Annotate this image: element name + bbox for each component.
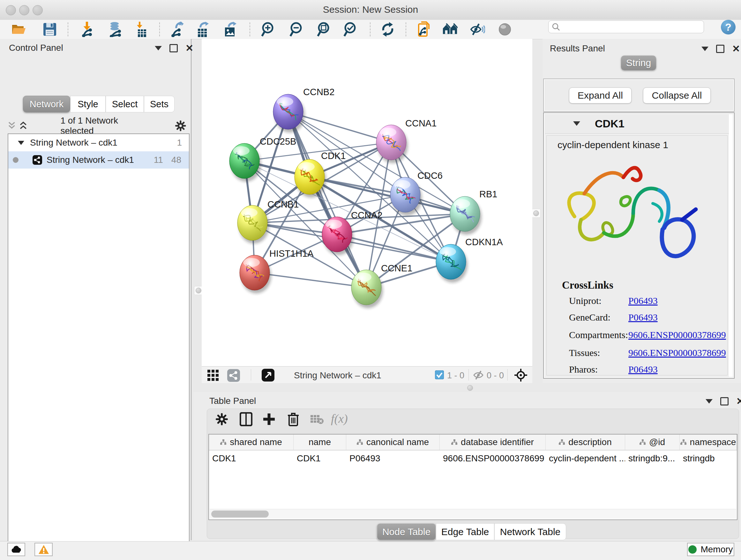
zoom-in-button[interactable] bbox=[260, 22, 276, 37]
network-node-CCNA1[interactable] bbox=[376, 125, 408, 163]
cloud-status-button[interactable] bbox=[7, 543, 25, 556]
export-table-button[interactable] bbox=[195, 22, 210, 37]
network-node-CCNB1[interactable] bbox=[238, 205, 269, 244]
zoom-selected-button[interactable] bbox=[343, 22, 358, 37]
tab-node-table[interactable]: Node Table bbox=[377, 523, 436, 540]
expand-all-button[interactable]: Expand All bbox=[569, 87, 631, 104]
network-node-CCNE1[interactable] bbox=[351, 270, 383, 308]
results-scrollbar[interactable] bbox=[729, 114, 733, 377]
zoom-fit-button[interactable] bbox=[316, 22, 332, 37]
birds-eye-view-icon[interactable] bbox=[262, 369, 274, 381]
crosslink-value-link[interactable]: P06493 bbox=[628, 312, 658, 323]
network-canvas[interactable]: CCNB2CCNA1CDC25BCDK1CDC6RB1CCNB1CCNA2CDK… bbox=[202, 39, 532, 366]
column-header-namespace[interactable]: namespace bbox=[680, 435, 737, 450]
entry-collapse-icon[interactable] bbox=[573, 121, 580, 126]
network-edge-CCNA2-CDKN1A[interactable] bbox=[337, 234, 451, 262]
tab-sets[interactable]: Sets bbox=[144, 96, 175, 112]
export-network-button[interactable] bbox=[170, 22, 185, 37]
crosslink-value-link[interactable]: P06493 bbox=[628, 364, 658, 375]
crosslink-value-link[interactable]: 9606.ENSP00000378699 bbox=[628, 329, 726, 340]
table-cell[interactable]: 9606.ENSP00000378699 bbox=[440, 450, 546, 466]
hide-panel-button[interactable] bbox=[470, 22, 485, 37]
network-graph[interactable]: CCNB2CCNA1CDC25BCDK1CDC6RB1CCNB1CCNA2CDK… bbox=[202, 39, 532, 366]
hidden-eye-icon[interactable] bbox=[473, 370, 485, 380]
help-button[interactable]: ? bbox=[721, 20, 736, 35]
crosslink-value-link[interactable]: P06493 bbox=[628, 295, 658, 306]
tab-network-table[interactable]: Network Table bbox=[494, 523, 566, 540]
collapse-all-icon[interactable] bbox=[8, 121, 16, 131]
clone-network-button[interactable] bbox=[416, 22, 432, 37]
float-panel-icon[interactable] bbox=[720, 397, 729, 406]
crosslink-value-link[interactable]: 9606.ENSP00000378699 bbox=[628, 348, 726, 358]
tab-select[interactable]: Select bbox=[106, 96, 144, 112]
network-node-RB1[interactable] bbox=[450, 196, 482, 235]
network-node-CCNB2[interactable] bbox=[273, 94, 305, 132]
column-header-description[interactable]: description bbox=[546, 435, 625, 450]
network-options-gear-icon[interactable] bbox=[175, 120, 186, 132]
open-session-button[interactable] bbox=[11, 22, 26, 37]
import-table-button[interactable] bbox=[133, 22, 148, 37]
fit-content-crosshair-icon[interactable] bbox=[514, 368, 528, 382]
tab-string[interactable]: String bbox=[621, 56, 656, 70]
table-cell[interactable]: CDK1 bbox=[209, 450, 293, 466]
import-network-database-button[interactable] bbox=[107, 22, 123, 37]
first-neighbors-button[interactable] bbox=[442, 22, 458, 37]
bottom-splitter-handle[interactable] bbox=[467, 385, 473, 391]
delete-column-button[interactable] bbox=[286, 412, 301, 427]
delete-table-button[interactable] bbox=[309, 412, 325, 427]
network-view-icon[interactable] bbox=[227, 369, 240, 382]
column-header-name[interactable]: name bbox=[293, 435, 346, 450]
network-collection-row[interactable]: String Network – cdk1 1 bbox=[8, 134, 189, 151]
table-cell[interactable]: cyclin-dependent ... bbox=[546, 450, 625, 466]
panel-menu-icon[interactable] bbox=[705, 399, 713, 403]
warnings-button[interactable] bbox=[35, 543, 53, 556]
column-header-shared-name[interactable]: shared name bbox=[209, 435, 293, 450]
column-header--id[interactable]: @id bbox=[625, 435, 680, 450]
search-box[interactable] bbox=[548, 20, 704, 33]
table-horizontal-scrollbar[interactable] bbox=[210, 509, 736, 519]
collection-expand-icon[interactable] bbox=[18, 141, 24, 145]
network-node-HIST1H1A[interactable] bbox=[240, 255, 271, 294]
function-builder-button[interactable]: f(x) bbox=[331, 412, 348, 426]
network-edge-CCNE1-HIST1H1A[interactable] bbox=[255, 273, 366, 287]
column-header-canonical-name[interactable]: canonical name bbox=[346, 435, 440, 450]
show-panel-button[interactable] bbox=[497, 22, 513, 37]
network-node-CDKN1A[interactable] bbox=[436, 244, 468, 283]
grid-view-icon[interactable] bbox=[207, 370, 219, 381]
table-row[interactable]: CDK1CDK1P064939606.ENSP00000378699cyclin… bbox=[209, 450, 737, 466]
collapse-all-button[interactable]: Collapse All bbox=[643, 87, 711, 104]
right-splitter-handle[interactable] bbox=[532, 209, 541, 218]
network-node-CDK1[interactable] bbox=[294, 159, 326, 198]
close-panel-icon[interactable]: ✕ bbox=[732, 46, 740, 52]
tab-style[interactable]: Style bbox=[70, 96, 106, 112]
network-edge-CCNB2-CCNE1[interactable] bbox=[288, 112, 366, 287]
result-entry-header[interactable]: CDK1 bbox=[545, 114, 729, 134]
tab-edge-table[interactable]: Edge Table bbox=[436, 523, 494, 540]
show-columns-button[interactable] bbox=[239, 412, 254, 427]
memory-button[interactable]: Memory bbox=[687, 543, 734, 556]
table-cell[interactable]: stringdb bbox=[680, 450, 737, 466]
zoom-out-button[interactable] bbox=[289, 22, 304, 37]
table-cell[interactable]: CDK1 bbox=[293, 450, 346, 466]
tab-network[interactable]: Network bbox=[23, 96, 70, 112]
panel-menu-icon[interactable] bbox=[155, 46, 162, 51]
import-network-file-button[interactable] bbox=[80, 22, 95, 37]
apply-layout-button[interactable] bbox=[380, 22, 395, 37]
column-header-database-identifier[interactable]: database identifier bbox=[440, 435, 546, 450]
table-options-button[interactable] bbox=[214, 412, 229, 427]
close-panel-icon[interactable]: ✕ bbox=[736, 398, 741, 405]
table-cell[interactable]: stringdb:9... bbox=[625, 450, 680, 466]
create-column-button[interactable] bbox=[261, 412, 277, 427]
close-panel-icon[interactable]: ✕ bbox=[185, 45, 193, 51]
expand-all-icon[interactable] bbox=[19, 121, 27, 131]
float-panel-icon[interactable] bbox=[170, 44, 178, 52]
selected-checkbox-icon[interactable] bbox=[435, 370, 444, 379]
network-node-CDC25B[interactable] bbox=[229, 143, 261, 182]
search-input[interactable] bbox=[560, 22, 704, 32]
network-row[interactable]: String Network – cdk1 11 48 bbox=[8, 151, 189, 169]
scrollbar-thumb[interactable] bbox=[211, 510, 269, 517]
network-node-CCNA2[interactable] bbox=[322, 217, 354, 255]
save-session-button[interactable] bbox=[42, 22, 57, 37]
table-cell[interactable]: P06493 bbox=[346, 450, 440, 466]
panel-menu-icon[interactable] bbox=[701, 47, 709, 51]
